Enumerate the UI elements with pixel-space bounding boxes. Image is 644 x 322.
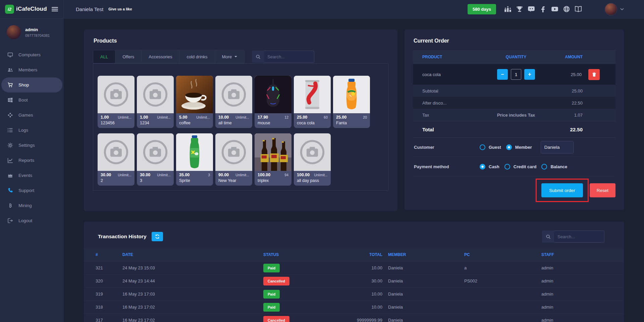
product-stock: 94 [284, 173, 288, 177]
sidebar-item-logout[interactable]: Logout [0, 213, 64, 228]
product-card-mouse[interactable]: 17.90 12 mouse [255, 76, 291, 128]
submit-order-button[interactable]: Submit order [541, 183, 583, 197]
product-price: 25.00 [297, 115, 307, 120]
cell-date: 16 May 23 17:03 [122, 287, 263, 301]
product-card-coffee[interactable]: 5.00 Unlimit... coffee [176, 76, 213, 128]
sidebar-item-members[interactable]: Members [0, 62, 64, 77]
cafe-name: Daniela Test [76, 6, 103, 12]
transaction-row-318[interactable]: 318 16 May 23 17:02 Paid 10.00 Daniela a… [84, 301, 624, 314]
transaction-row-319[interactable]: 319 16 May 23 17:03 Paid 10.00 Daniela a… [84, 287, 624, 301]
topbar-icons [504, 6, 582, 12]
transactions-search[interactable] [542, 231, 604, 243]
product-card-1234[interactable]: 1.00 Unlimit... 1234 [137, 76, 174, 128]
payment-radio-balance[interactable]: Balance [541, 164, 567, 170]
guide-icon[interactable] [575, 6, 582, 12]
sidebar-item-boot[interactable]: Boot [0, 92, 64, 108]
product-card-fanta[interactable]: 25.00 20 Fanta [333, 76, 370, 128]
product-name: triplex [258, 178, 288, 183]
order-item-row: coca cola − + 25.00 [413, 64, 615, 85]
products-title: Products [93, 29, 388, 50]
brand-name: iCafeCloud [16, 6, 47, 12]
sidebar-item-computers[interactable]: Computers [0, 47, 64, 62]
quantity-minus-button[interactable]: − [497, 69, 508, 80]
product-stock: 3 [208, 173, 210, 177]
search-icon[interactable] [252, 51, 264, 63]
product-name: New Year [218, 178, 249, 183]
radio-icon [504, 164, 510, 170]
products-search[interactable] [252, 51, 314, 63]
product-card-sprite[interactable]: 35.00 3 Sprite [176, 133, 213, 186]
status-badge: Paid [263, 290, 280, 299]
refresh-button[interactable] [152, 232, 163, 241]
facebook-icon[interactable] [539, 6, 547, 12]
order-total-row: Total 22.50 [413, 121, 615, 138]
trophy-icon[interactable] [516, 6, 523, 12]
member-name-input[interactable] [541, 141, 574, 153]
product-name: 123456 [101, 121, 131, 125]
leaderboard-icon[interactable] [504, 6, 512, 12]
tab-accessories[interactable]: Accessories [142, 50, 179, 63]
subscription-days-badge[interactable]: 580 days [468, 4, 496, 14]
remove-item-button[interactable] [588, 69, 600, 80]
cell-total: 10.00 [340, 301, 382, 314]
cell-id: 319 [84, 287, 122, 301]
product-card-2[interactable]: 30.00 Unlimit... 2 [98, 133, 135, 186]
col-member: MEMBER [382, 248, 463, 261]
tab-more[interactable]: More [215, 50, 245, 63]
transaction-row-320[interactable]: 320 24 May 23 14:44 Cancelled 30.00 Dani… [84, 274, 624, 287]
col-staff: STAFF [540, 248, 624, 261]
hamburger-menu-icon[interactable] [52, 7, 58, 12]
transactions-search-input[interactable] [554, 231, 604, 243]
transaction-row-317[interactable]: 317 16 May 23 17:02 Cancelled 99999999.9… [84, 314, 624, 322]
customer-radio-guest[interactable]: Guest [480, 144, 501, 150]
sidebar-item-reports[interactable]: Reports [0, 153, 64, 168]
quantity-input[interactable] [511, 69, 521, 80]
cell-total: 99999999.99 [340, 314, 382, 322]
product-card-triplex[interactable]: 100.00 94 triplex [255, 133, 291, 186]
payment-radio-credit-card[interactable]: Credit card [504, 164, 537, 170]
cell-id: 318 [84, 301, 122, 314]
product-image [333, 76, 370, 113]
cell-staff: admin [540, 314, 624, 322]
product-card-new-year[interactable]: 90.00 Unlimit... New Year [215, 133, 252, 186]
payment-radio-cash[interactable]: Cash [480, 164, 499, 170]
sidebar-item-events[interactable]: Events [0, 168, 64, 183]
product-card-coca-cola[interactable]: 25.00 60 coca cola [294, 76, 331, 128]
products-search-input[interactable] [264, 51, 314, 63]
sidebar-profile[interactable]: admin 097778704381 [0, 18, 64, 46]
transactions-header-row: # DATE STATUS TOTAL MEMBER PC STAFF [84, 248, 624, 261]
sidebar-item-logs[interactable]: Logs [0, 123, 64, 138]
product-image [98, 133, 135, 171]
product-card-all-time[interactable]: 10.00 Unlimit... all time [215, 76, 252, 128]
youtube-icon[interactable] [551, 6, 558, 12]
sidebar-item-shop[interactable]: Shop [1, 77, 62, 92]
tab-all[interactable]: ALL [93, 50, 115, 63]
sidebar-item-settings[interactable]: Settings [0, 138, 64, 153]
discord-icon[interactable] [528, 6, 535, 12]
user-menu[interactable] [605, 3, 624, 15]
product-price: 100.00 [297, 173, 310, 177]
search-icon[interactable] [542, 231, 554, 243]
sidebar-item-mining[interactable]: Mining [0, 198, 64, 213]
give-us-a-like-link[interactable]: Give us a like [108, 7, 132, 11]
product-name: coffee [179, 121, 210, 125]
product-card-3[interactable]: 30.00 Unlimit... 3 [137, 133, 174, 186]
tab-cold-drinks[interactable]: cold drinks [179, 50, 215, 63]
chart-icon [7, 157, 13, 163]
reset-button[interactable]: Reset [590, 183, 615, 197]
product-card-123456[interactable]: 1.00 Unlimit... 123456 [98, 76, 135, 128]
globe-icon[interactable] [563, 6, 570, 12]
product-card-all-day-pass[interactable]: 100.00 Unlimit... all day pass [294, 133, 331, 186]
cell-pc [463, 314, 540, 322]
product-name: Fanta [336, 121, 367, 125]
customer-radio-member[interactable]: Member [506, 144, 532, 150]
transaction-row-321[interactable]: 321 24 May 23 15:03 Paid 10.00 Daniela a… [84, 261, 624, 274]
quantity-plus-button[interactable]: + [524, 69, 535, 80]
sidebar-item-support[interactable]: Support [0, 183, 64, 198]
payment-options: Cash Credit card Balance [480, 164, 572, 170]
admin-name: admin [25, 27, 50, 32]
transaction-history-panel: Transaction History # [84, 221, 624, 322]
tab-offers[interactable]: Offers [115, 50, 142, 63]
sidebar-item-games[interactable]: Games [0, 108, 64, 123]
cell-total: 30.00 [340, 274, 382, 287]
